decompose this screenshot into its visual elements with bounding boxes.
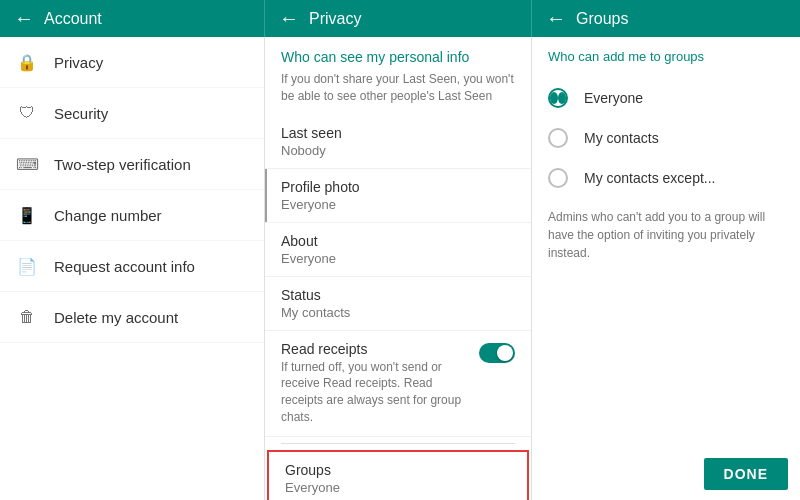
- privacy-section-title: Who can see my personal info: [265, 37, 531, 71]
- sidebar-item-change-number[interactable]: 📱 Change number: [0, 190, 264, 241]
- middle-panel: Who can see my personal info If you don'…: [265, 37, 532, 500]
- sidebar-item-two-step[interactable]: ⌨ Two-step verification: [0, 139, 264, 190]
- sidebar-item-two-step-label: Two-step verification: [54, 156, 191, 173]
- main-content: 🔒 Privacy 🛡 Security ⌨ Two-step verifica…: [0, 37, 800, 500]
- profile-photo-value: Everyone: [281, 197, 515, 212]
- privacy-item-status[interactable]: Status My contacts: [265, 277, 531, 331]
- sidebar-item-security[interactable]: 🛡 Security: [0, 88, 264, 139]
- privacy-item-read-receipts[interactable]: Read receipts If turned off, you won't s…: [265, 331, 531, 437]
- groups-option-my-contacts-label: My contacts: [584, 130, 659, 146]
- radio-everyone[interactable]: [548, 88, 568, 108]
- lock-icon: 🔒: [16, 51, 38, 73]
- back-arrow-groups[interactable]: ←: [546, 7, 566, 30]
- header-groups-title: Groups: [576, 10, 628, 28]
- shield-icon: 🛡: [16, 102, 38, 124]
- status-title: Status: [281, 287, 515, 303]
- right-panel: Who can add me to groups Everyone My con…: [532, 37, 800, 500]
- sidebar-item-request-info-label: Request account info: [54, 258, 195, 275]
- sidebar-item-privacy-label: Privacy: [54, 54, 103, 71]
- header-privacy: ← Privacy: [265, 0, 532, 37]
- groups-option-my-contacts-except-label: My contacts except...: [584, 170, 716, 186]
- groups-note: Admins who can't add you to a group will…: [532, 198, 800, 272]
- done-button[interactable]: DONE: [704, 458, 788, 490]
- status-value: My contacts: [281, 305, 515, 320]
- radio-my-contacts[interactable]: [548, 128, 568, 148]
- groups-option-my-contacts-except[interactable]: My contacts except...: [532, 158, 800, 198]
- privacy-item-about[interactable]: About Everyone: [265, 223, 531, 277]
- about-value: Everyone: [281, 251, 515, 266]
- radio-my-contacts-except[interactable]: [548, 168, 568, 188]
- groups-value: Everyone: [285, 480, 511, 495]
- left-panel: 🔒 Privacy 🛡 Security ⌨ Two-step verifica…: [0, 37, 265, 500]
- read-receipts-toggle[interactable]: [479, 343, 515, 363]
- document-icon: 📄: [16, 255, 38, 277]
- keyboard-icon: ⌨: [16, 153, 38, 175]
- divider: [281, 443, 515, 444]
- last-seen-value: Nobody: [281, 143, 515, 158]
- last-seen-title: Last seen: [281, 125, 515, 141]
- groups-option-my-contacts[interactable]: My contacts: [532, 118, 800, 158]
- sidebar-item-delete-label: Delete my account: [54, 309, 178, 326]
- header-account-title: Account: [44, 10, 102, 28]
- sidebar-item-privacy[interactable]: 🔒 Privacy: [0, 37, 264, 88]
- groups-option-everyone-label: Everyone: [584, 90, 643, 106]
- read-receipts-text: Read receipts If turned off, you won't s…: [281, 341, 469, 426]
- groups-option-everyone[interactable]: Everyone: [532, 78, 800, 118]
- back-arrow-account[interactable]: ←: [14, 7, 34, 30]
- header: ← Account ← Privacy ← Groups: [0, 0, 800, 37]
- header-account: ← Account: [0, 0, 265, 37]
- privacy-item-profile-photo[interactable]: Profile photo Everyone: [265, 169, 531, 223]
- privacy-item-last-seen[interactable]: Last seen Nobody: [265, 115, 531, 169]
- header-privacy-title: Privacy: [309, 10, 361, 28]
- read-receipts-title: Read receipts: [281, 341, 469, 357]
- privacy-item-groups[interactable]: Groups Everyone: [267, 450, 529, 500]
- sidebar-item-request-info[interactable]: 📄 Request account info: [0, 241, 264, 292]
- privacy-section-desc: If you don't share your Last Seen, you w…: [265, 71, 531, 115]
- back-arrow-privacy[interactable]: ←: [279, 7, 299, 30]
- read-receipts-desc: If turned off, you won't send or receive…: [281, 359, 469, 426]
- sidebar-item-security-label: Security: [54, 105, 108, 122]
- phone-icon: 📱: [16, 204, 38, 226]
- sidebar-item-delete-account[interactable]: 🗑 Delete my account: [0, 292, 264, 343]
- groups-section-title: Who can add me to groups: [532, 37, 800, 78]
- trash-icon: 🗑: [16, 306, 38, 328]
- header-groups: ← Groups: [532, 0, 800, 37]
- about-title: About: [281, 233, 515, 249]
- sidebar-item-change-number-label: Change number: [54, 207, 162, 224]
- groups-title: Groups: [285, 462, 511, 478]
- profile-photo-title: Profile photo: [281, 179, 515, 195]
